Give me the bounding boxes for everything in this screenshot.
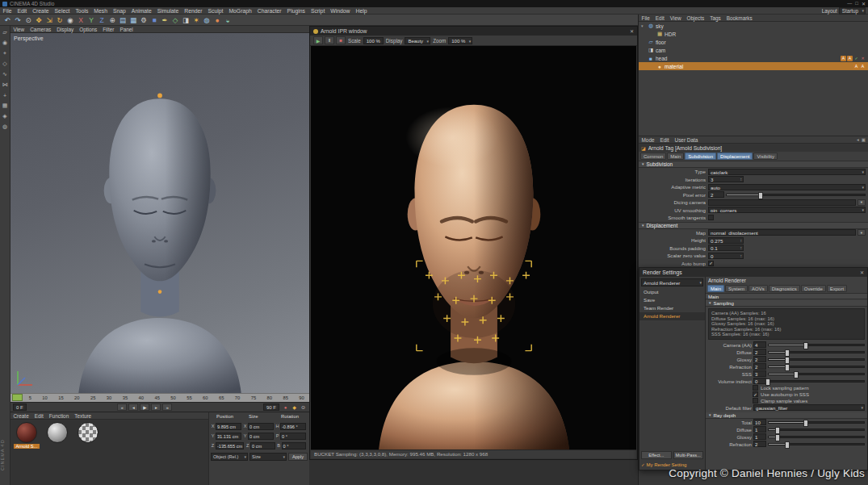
property-value[interactable]: 0.275 (708, 237, 744, 244)
tag-icon[interactable]: A (860, 64, 866, 69)
property-value[interactable]: 3 (708, 176, 744, 182)
property-control[interactable]: 0.1 ▾ (708, 245, 866, 251)
property-value[interactable]: 0.1 (708, 245, 744, 251)
ipr-close-button[interactable]: ✕ (630, 28, 634, 34)
goto-end-button[interactable]: » (162, 403, 172, 411)
renderer-tab[interactable]: Export (827, 285, 847, 292)
tag-icon[interactable]: A (841, 56, 846, 61)
move-tool-icon[interactable]: ✥ (34, 15, 44, 25)
attribute-tab[interactable]: Subdivision (685, 153, 716, 160)
deformer-icon[interactable]: ◈ (1, 112, 9, 120)
viewport-menu-item[interactable]: Cameras (27, 27, 54, 32)
render-settings-category[interactable]: Arnold Renderer (639, 312, 705, 320)
slider-track[interactable] (768, 421, 865, 424)
material-menu-item[interactable]: Function (46, 413, 72, 419)
renderer-tab[interactable]: System (725, 285, 748, 292)
prev-frame-button[interactable]: ◂ (128, 403, 138, 411)
slider-value-field[interactable]: 2 (753, 356, 766, 362)
material-menu-item[interactable]: Edit (31, 413, 46, 419)
rotation-field[interactable]: 0 ° (282, 442, 306, 449)
slider-track[interactable] (768, 358, 865, 361)
cube-primitive-icon[interactable]: ■ (149, 15, 159, 25)
checkbox[interactable] (708, 261, 714, 266)
rotate-tool-icon[interactable]: ↻ (55, 15, 65, 25)
renderer-tab[interactable]: Diagnostics (769, 285, 800, 292)
slider-value-field[interactable]: 2 (753, 363, 766, 370)
render-settings-category[interactable]: Team Render (639, 304, 705, 312)
material-thumbnail[interactable] (78, 422, 99, 443)
record-button[interactable]: ● (282, 403, 289, 411)
play-button[interactable]: ▶ (140, 403, 149, 411)
sampling-group-header[interactable]: ▼ Sampling (706, 300, 867, 307)
coordinate-system-icon[interactable]: ⊕ (107, 15, 117, 25)
material-thumbnail[interactable] (16, 422, 37, 443)
render-picture-viewer-icon[interactable]: ▦ (128, 15, 138, 25)
points-mode-icon[interactable]: ▱ (1, 28, 9, 36)
checkbox[interactable] (753, 385, 758, 391)
property-control[interactable]: catclark ▾ (708, 169, 866, 175)
tag-icon[interactable]: ✕ (860, 56, 866, 61)
current-frame-field[interactable]: 0 F (13, 403, 27, 411)
viewport-canvas[interactable] (10, 33, 309, 393)
property-control[interactable]: 0.275 ▾ (708, 237, 866, 244)
slider-track[interactable] (768, 436, 865, 438)
object-row[interactable]: ◨ cam (639, 46, 868, 54)
close-button[interactable]: ✕ (862, 1, 866, 6)
viewport-menu-item[interactable]: View (10, 27, 27, 32)
ray-depth-group-header[interactable]: ▼ Ray depth (706, 412, 867, 419)
property-control[interactable]: 3 ▾ (708, 176, 866, 182)
spline-pen-icon[interactable]: ✒ (160, 15, 170, 25)
material-menu-item[interactable]: Create (10, 413, 31, 419)
slider-track[interactable] (768, 443, 865, 445)
subdivision-surface-icon[interactable]: ◇ (170, 15, 180, 25)
size-field[interactable]: 0 cm (248, 423, 274, 430)
symmetry-icon[interactable]: ⋈ (1, 81, 9, 89)
object-name[interactable]: cam (656, 48, 665, 53)
coordinate-mode-dropdown[interactable]: Object (Rel.) (211, 453, 248, 461)
texture-mode-icon[interactable]: ◍ (1, 123, 9, 131)
model-mode-icon[interactable]: ◇ (1, 60, 9, 68)
autokey-button[interactable]: ⊙ (300, 403, 307, 411)
object-manager-menu-item[interactable]: View (667, 15, 684, 21)
array-icon[interactable]: ▦ (1, 102, 9, 110)
slider-value-field[interactable]: 1 (753, 433, 766, 440)
menu-item[interactable]: Create (30, 8, 52, 14)
menu-item[interactable]: Character (254, 8, 284, 14)
z-axis-lock-icon[interactable]: Z (97, 15, 107, 25)
menu-item[interactable]: Snap (110, 8, 128, 14)
object-name[interactable]: floor (656, 40, 666, 45)
property-control[interactable]: ▾ (708, 199, 866, 206)
link-button[interactable]: ▾ (858, 229, 866, 236)
display-dropdown[interactable]: Beauty (405, 37, 430, 44)
layout-select[interactable]: Startup (839, 7, 866, 15)
attribute-tab[interactable]: Displacement (717, 153, 753, 160)
menu-item[interactable]: File (0, 8, 15, 14)
menu-item[interactable]: Window (328, 8, 353, 14)
object-name[interactable]: sky (656, 23, 664, 29)
checkbox-row[interactable]: Use autobump in SSS (706, 391, 867, 398)
expand-arrow-icon[interactable]: ▾ (641, 23, 646, 28)
property-control[interactable]: 0 ▾ (708, 253, 866, 259)
property-value[interactable]: pin_corners (708, 207, 866, 213)
slider-track[interactable] (768, 344, 865, 346)
menu-item[interactable]: Mesh (91, 8, 111, 14)
object-row[interactable]: ▦ HDR (639, 30, 868, 38)
object-manager-menu-item[interactable]: Tags (707, 15, 724, 21)
ipr-render-view[interactable] (311, 46, 636, 449)
position-field[interactable]: 31.131 cm (216, 433, 241, 440)
viewport-menu-item[interactable]: Display (54, 27, 77, 32)
scale-field[interactable]: 100 % (363, 37, 384, 44)
renderer-tab[interactable]: AOVs (748, 285, 768, 292)
viewport-menu-item[interactable]: Filter (100, 27, 117, 32)
timeline-ruler[interactable]: 051015202530354045505560657075808590 (10, 393, 309, 402)
object-manager-menu-item[interactable]: File (639, 15, 652, 21)
x-axis-lock-icon[interactable]: X (76, 15, 86, 25)
keyframe-button[interactable]: ◆ (291, 403, 298, 411)
material-item[interactable] (75, 422, 101, 449)
property-control[interactable]: pin_corners ▾ (708, 207, 866, 213)
undo-icon[interactable]: ↶ (2, 15, 12, 25)
material-item[interactable] (44, 422, 70, 449)
render-settings-category[interactable]: Save (639, 296, 705, 304)
object-row[interactable]: ▱ floor (639, 38, 868, 46)
subdivision-section-header[interactable]: ▼ Subdivision (639, 161, 868, 168)
